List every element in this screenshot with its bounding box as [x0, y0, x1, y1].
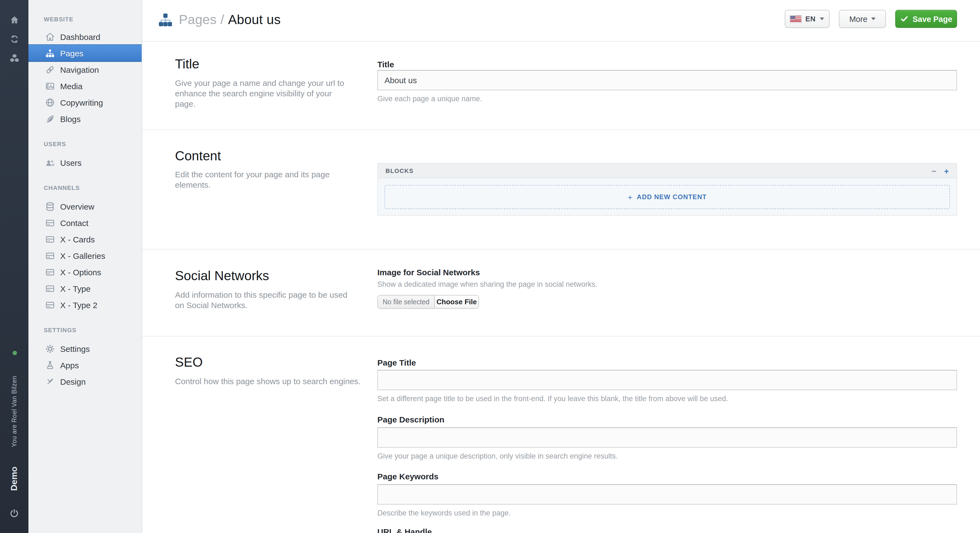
logged-in-user-note: You are Roel Van Bilzen [10, 365, 19, 458]
icon-rail: You are Roel Van Bilzen Demo [0, 0, 29, 533]
save-page-label: Save Page [912, 14, 952, 23]
social-image-label: Image for Social Networks [377, 268, 480, 277]
breadcrumb-pages-link[interactable]: Pages [179, 12, 216, 27]
language-code: EN [805, 15, 815, 23]
blocks-panel-header: BLOCKS − + [378, 164, 956, 179]
sidebar-item-design[interactable]: Design [29, 373, 142, 389]
media-icon [44, 80, 55, 91]
add-new-content-label: ADD NEW CONTENT [637, 193, 706, 201]
us-flag-icon [790, 16, 801, 22]
home-icon [44, 31, 55, 42]
card-icon [44, 217, 55, 228]
app-window: You are Roel Van Bilzen Demo WEBSITE Das… [0, 0, 980, 533]
collapse-icon[interactable]: − [932, 166, 937, 176]
link-icon [44, 64, 55, 75]
social-image-file-input[interactable]: No file selected Choose File [377, 295, 479, 309]
divider [142, 249, 980, 249]
card-icon [44, 299, 55, 310]
sidebar-item-dashboard[interactable]: Dashboard [29, 29, 142, 45]
sidebar-item-pages[interactable]: Pages [29, 44, 142, 62]
gear-icon [44, 343, 55, 354]
design-tools-icon [44, 376, 55, 387]
sidebar-item-apps[interactable]: Apps [29, 357, 142, 373]
section-description-title: Give your page a name and change your ur… [175, 78, 349, 109]
section-heading-seo: SEO [175, 354, 203, 370]
sidebar: WEBSITE Dashboard Pages [29, 0, 142, 533]
file-status: No file selected [378, 295, 435, 308]
chevron-down-icon [820, 18, 824, 20]
sidebar-item-x-type-2[interactable]: X - Type 2 [29, 297, 142, 313]
power-logout-icon[interactable] [9, 508, 19, 518]
section-heading-content: Content [175, 148, 221, 164]
url-handle-label: URL & Handle [377, 527, 432, 533]
page-title: About us [228, 12, 281, 27]
sidebar-item-settings[interactable]: Settings [29, 340, 142, 357]
sidebar-item-x-galleries[interactable]: X - Galleries [29, 247, 142, 264]
database-icon [44, 201, 55, 212]
sidebar-item-blogs[interactable]: Blogs [29, 110, 142, 127]
sidebar-item-x-cards[interactable]: X - Cards [29, 231, 142, 247]
section-description-content: Edit the content for your page and its p… [175, 169, 345, 190]
card-icon [44, 283, 55, 294]
choose-file-button[interactable]: Choose File [435, 295, 479, 308]
card-icon [44, 250, 55, 261]
sidebar-item-x-options[interactable]: X - Options [29, 264, 142, 280]
page-title-helper: Set a different page title to be used in… [377, 394, 728, 403]
page-keywords-helper: Describe the keywords used in the page. [377, 509, 511, 517]
globe-icon [44, 97, 55, 108]
language-dropdown[interactable]: EN [785, 10, 830, 28]
more-label: More [849, 14, 867, 23]
page-title-label: Page Title [377, 358, 416, 367]
title-field-label: Title [377, 60, 394, 69]
sidebar-item-x-type[interactable]: X - Type [29, 280, 142, 297]
sitemap-icon [44, 48, 55, 59]
save-page-button[interactable]: Save Page [895, 10, 957, 28]
page-description-helper: Give your page a unique description, onl… [377, 452, 618, 460]
card-icon [44, 266, 55, 278]
main-content: Pages/About us EN More Save Page Title G… [142, 0, 980, 533]
flask-icon [44, 359, 55, 370]
section-description-social: Add information to this specific page to… [175, 289, 356, 310]
breadcrumb: Pages/About us [179, 12, 281, 27]
sidebar-item-contact[interactable]: Contact [29, 214, 142, 231]
divider [142, 336, 980, 337]
title-input[interactable] [377, 70, 957, 90]
feather-icon [44, 113, 55, 124]
page-description-label: Page Description [377, 415, 444, 424]
divider [142, 41, 980, 41]
site-name: Demo [8, 461, 20, 496]
plus-icon: + [628, 192, 633, 202]
sidebar-section-settings: SETTINGS [29, 324, 142, 336]
cubes-icon[interactable] [9, 53, 19, 64]
page-keywords-input[interactable] [377, 484, 957, 504]
blocks-panel: BLOCKS − + + ADD NEW CONTENT [377, 163, 957, 215]
section-heading-title: Title [175, 56, 199, 72]
sidebar-item-navigation[interactable]: Navigation [29, 61, 142, 78]
divider [142, 130, 980, 130]
social-image-hint: Show a dedicated image when sharing the … [377, 280, 597, 288]
users-icon [44, 157, 55, 168]
sidebar-section-users: USERS [29, 138, 142, 150]
page-title-input[interactable] [377, 370, 957, 390]
status-dot [13, 351, 17, 355]
sidebar-section-channels: CHANNELS [29, 182, 142, 194]
blocks-panel-title: BLOCKS [385, 168, 414, 174]
check-icon [900, 15, 908, 23]
breadcrumb-separator: / [220, 12, 224, 27]
chevron-down-icon [871, 18, 875, 20]
sync-icon[interactable] [9, 34, 19, 44]
sitemap-icon [158, 13, 173, 27]
home-icon[interactable] [9, 15, 19, 25]
page-description-input[interactable] [377, 428, 957, 448]
sidebar-item-copywriting[interactable]: Copywriting [29, 94, 142, 110]
sidebar-item-media[interactable]: Media [29, 78, 142, 94]
more-dropdown[interactable]: More [839, 10, 886, 28]
title-field-helper: Give each page a unique name. [377, 95, 482, 103]
sidebar-item-overview[interactable]: Overview [29, 198, 142, 214]
expand-icon[interactable]: + [944, 166, 949, 176]
card-icon [44, 234, 55, 245]
sidebar-item-users[interactable]: Users [29, 154, 142, 171]
add-new-content-button[interactable]: + ADD NEW CONTENT [385, 185, 950, 209]
page-keywords-label: Page Keywords [377, 472, 438, 481]
sidebar-section-website: WEBSITE [29, 13, 142, 25]
